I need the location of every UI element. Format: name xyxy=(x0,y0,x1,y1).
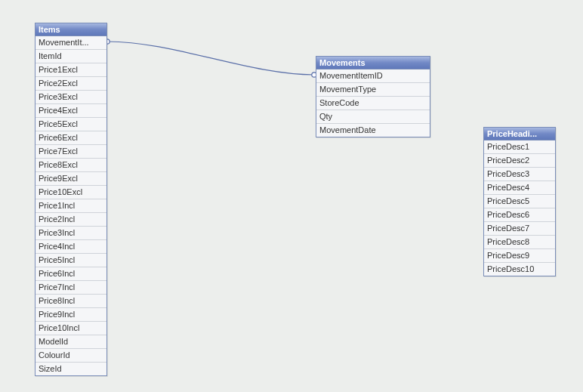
field-qty[interactable]: Qty xyxy=(316,110,430,124)
relationship-line xyxy=(107,42,314,75)
field-storecode[interactable]: StoreCode xyxy=(316,97,430,110)
field-price3excl[interactable]: Price3Excl xyxy=(35,91,106,104)
field-pricedesc1[interactable]: PriceDesc1 xyxy=(484,140,555,154)
entity-movements[interactable]: Movements MovementItemID MovementType St… xyxy=(316,56,430,137)
field-movementdate[interactable]: MovementDate xyxy=(316,124,430,137)
field-price5excl[interactable]: Price5Excl xyxy=(35,118,106,131)
field-itemid[interactable]: ItemId xyxy=(35,50,106,63)
field-colourid[interactable]: ColourId xyxy=(35,349,106,363)
field-price3incl[interactable]: Price3Incl xyxy=(35,227,106,240)
diagram-canvas: Items MovementIt... ItemId Price1Excl Pr… xyxy=(0,0,583,392)
field-price7excl[interactable]: Price7Excl xyxy=(35,145,106,159)
field-pricedesc10[interactable]: PriceDesc10 xyxy=(484,263,555,276)
entity-items-header[interactable]: Items xyxy=(35,23,106,36)
field-price8incl[interactable]: Price8Incl xyxy=(35,295,106,308)
field-price5incl[interactable]: Price5Incl xyxy=(35,254,106,267)
entity-priceheadings-header[interactable]: PriceHeadi... xyxy=(484,128,555,140)
field-price7incl[interactable]: Price7Incl xyxy=(35,281,106,295)
entity-movements-header[interactable]: Movements xyxy=(316,57,430,69)
field-price9incl[interactable]: Price9Incl xyxy=(35,308,106,322)
field-movementitemid[interactable]: MovementItemID xyxy=(316,69,430,83)
field-pricedesc4[interactable]: PriceDesc4 xyxy=(484,181,555,195)
field-sizeid[interactable]: SizeId xyxy=(35,363,106,375)
field-pricedesc2[interactable]: PriceDesc2 xyxy=(484,154,555,168)
field-price1excl[interactable]: Price1Excl xyxy=(35,63,106,77)
field-movementtype[interactable]: MovementType xyxy=(316,83,430,97)
field-price10excl[interactable]: Price10Excl xyxy=(35,186,106,199)
relationship-items-movements xyxy=(105,39,316,77)
field-price6excl[interactable]: Price6Excl xyxy=(35,131,106,145)
field-price2excl[interactable]: Price2Excl xyxy=(35,77,106,91)
field-pricedesc3[interactable]: PriceDesc3 xyxy=(484,168,555,181)
entity-items[interactable]: Items MovementIt... ItemId Price1Excl Pr… xyxy=(35,23,107,376)
field-pricedesc6[interactable]: PriceDesc6 xyxy=(484,208,555,222)
field-modelid[interactable]: ModelId xyxy=(35,335,106,349)
field-price10incl[interactable]: Price10Incl xyxy=(35,322,106,335)
field-movementit[interactable]: MovementIt... xyxy=(35,36,106,50)
field-price9excl[interactable]: Price9Excl xyxy=(35,172,106,186)
field-price6incl[interactable]: Price6Incl xyxy=(35,267,106,281)
field-price4excl[interactable]: Price4Excl xyxy=(35,104,106,118)
field-pricedesc9[interactable]: PriceDesc9 xyxy=(484,249,555,263)
field-pricedesc8[interactable]: PriceDesc8 xyxy=(484,236,555,249)
field-price8excl[interactable]: Price8Excl xyxy=(35,159,106,172)
field-price1incl[interactable]: Price1Incl xyxy=(35,199,106,213)
field-price2incl[interactable]: Price2Incl xyxy=(35,213,106,227)
field-pricedesc5[interactable]: PriceDesc5 xyxy=(484,195,555,208)
field-price4incl[interactable]: Price4Incl xyxy=(35,240,106,254)
field-pricedesc7[interactable]: PriceDesc7 xyxy=(484,222,555,236)
entity-priceheadings[interactable]: PriceHeadi... PriceDesc1 PriceDesc2 Pric… xyxy=(483,127,556,276)
